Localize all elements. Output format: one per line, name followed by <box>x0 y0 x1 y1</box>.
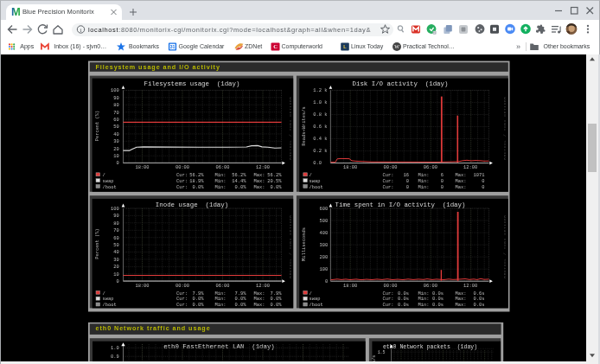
svg-text:RRDTOOL / TOBI OETIKER: RRDTOOL / TOBI OETIKER <box>502 96 507 159</box>
svg-text:0.2 k: 0.2 k <box>313 149 327 154</box>
svg-text:0.0s: 0.0s <box>474 303 485 308</box>
svg-text:0: 0 <box>482 185 484 190</box>
svg-text:0.0: 0.0 <box>313 161 322 166</box>
svg-text:40: 40 <box>113 250 118 255</box>
svg-text:0.6 k: 0.6 k <box>313 125 327 130</box>
svg-text:0.0%: 0.0% <box>235 297 247 302</box>
svg-text:swap: swap <box>310 179 321 184</box>
svg-text:300: 300 <box>319 243 328 248</box>
svg-text:1071: 1071 <box>474 173 485 178</box>
svg-text:Max:: Max: <box>254 297 265 302</box>
svg-text:Milliseconds: Milliseconds <box>302 227 307 261</box>
svg-text:56.2%: 56.2% <box>232 173 246 178</box>
svg-text:70: 70 <box>113 111 118 116</box>
svg-text:Cur:: Cur: <box>383 303 394 308</box>
svg-text:0.4 k: 0.4 k <box>313 137 327 142</box>
svg-text:Max:: Max: <box>254 291 265 297</box>
svg-text:90: 90 <box>113 214 118 219</box>
svg-text:1.5: 1.5 <box>378 350 386 354</box>
svg-text:0: 0 <box>325 279 328 284</box>
svg-text:Cur:: Cur: <box>176 297 188 302</box>
svg-text:0.0s: 0.0s <box>398 303 409 308</box>
svg-text:12:00: 12:00 <box>256 284 270 289</box>
svg-text:Max:: Max: <box>254 185 265 190</box>
svg-text:Cur:: Cur: <box>176 185 188 190</box>
svg-text:Max:: Max: <box>456 173 467 178</box>
svg-text:00:00: 00:00 <box>176 284 189 289</box>
svg-text:00:00: 00:00 <box>176 165 189 170</box>
svg-text:18:00: 18:00 <box>343 165 357 170</box>
svg-text:18:00: 18:00 <box>135 284 149 289</box>
svg-text:Min:: Min: <box>215 179 227 184</box>
svg-text:Max:: Max: <box>456 179 467 184</box>
svg-text:0: 0 <box>117 279 119 284</box>
svg-text:12:00: 12:00 <box>463 284 477 289</box>
svg-text:swap: swap <box>103 297 114 302</box>
svg-text:06:00: 06:00 <box>215 284 229 289</box>
svg-text:/boot: /boot <box>103 303 117 308</box>
svg-text:06:00: 06:00 <box>424 284 437 289</box>
svg-text:Filesystem usage and I/O activ: Filesystem usage and I/O activity <box>96 63 220 71</box>
svg-text:0: 0 <box>441 179 444 184</box>
svg-text:20.5%: 20.5% <box>267 179 282 184</box>
svg-text:Cur:: Cur: <box>176 303 188 308</box>
svg-text:Min:: Min: <box>215 185 227 190</box>
svg-text:18:00: 18:00 <box>343 284 357 289</box>
svg-text:Max:: Max: <box>456 185 467 190</box>
svg-text:Time spent in I/O activity (1: Time spent in I/O activity (1day) <box>335 201 466 208</box>
svg-text:Cur:: Cur: <box>383 179 394 184</box>
svg-text:swap: swap <box>103 179 114 184</box>
svg-text:0: 0 <box>441 185 444 190</box>
svg-text:Inode usage (1day): Inode usage (1day) <box>156 201 228 208</box>
svg-text:0.0%: 0.0% <box>193 303 205 308</box>
svg-text:70: 70 <box>113 228 118 233</box>
svg-text:Min:: Min: <box>418 303 430 308</box>
svg-text:50: 50 <box>113 125 118 130</box>
svg-text:Cur:: Cur: <box>176 173 188 178</box>
svg-text:Min:: Min: <box>418 297 430 302</box>
svg-text:31: 31 <box>170 44 176 49</box>
svg-text:Min:: Min: <box>418 291 430 297</box>
svg-text:/boot: /boot <box>103 185 117 190</box>
svg-text:0.0%: 0.0% <box>271 185 283 190</box>
svg-text:0.0%: 0.0% <box>271 303 283 308</box>
svg-text:00:00: 00:00 <box>383 165 397 170</box>
svg-text:100: 100 <box>111 88 119 93</box>
svg-text:RRDTOOL / TOBI OETIKER: RRDTOOL / TOBI OETIKER <box>288 214 292 278</box>
svg-text:i: i <box>80 27 82 34</box>
svg-text:80: 80 <box>113 221 118 227</box>
svg-text:10: 10 <box>113 154 118 159</box>
svg-text:0.0s: 0.0s <box>432 291 444 297</box>
svg-text:40: 40 <box>113 132 118 137</box>
svg-text:Min:: Min: <box>418 173 430 178</box>
svg-text:100: 100 <box>111 207 119 212</box>
svg-text:0.9: 0.9 <box>111 354 119 360</box>
svg-text:RRDTOOL / TOBI OETIKER: RRDTOOL / TOBI OETIKER <box>502 214 507 278</box>
svg-text:60: 60 <box>113 118 118 123</box>
svg-text:Max:: Max: <box>456 291 467 297</box>
svg-text:RRDTOOL / TOBI OETIKER: RRDTOOL / TOBI OETIKER <box>288 96 292 159</box>
svg-text:Max:: Max: <box>456 303 467 308</box>
svg-text:1.0 k: 1.0 k <box>313 100 327 105</box>
svg-text:Max:: Max: <box>254 303 265 308</box>
svg-text:Max:: Max: <box>254 173 265 178</box>
svg-text:06:00: 06:00 <box>215 165 229 170</box>
svg-text:Disk I/O activity (1day): Disk I/O activity (1day) <box>353 80 449 87</box>
svg-text:0: 0 <box>482 179 484 184</box>
svg-text:16: 16 <box>404 173 409 178</box>
svg-text:eth0 Network packets (1day): eth0 Network packets (1day) <box>383 344 477 350</box>
svg-text:50: 50 <box>113 243 118 248</box>
svg-text:7.9%: 7.9% <box>271 291 283 297</box>
svg-text:eth0 FastEthernet LAN (1day): eth0 FastEthernet LAN (1day) <box>163 343 275 350</box>
svg-text:Cur:: Cur: <box>383 297 394 302</box>
svg-text:0.0%: 0.0% <box>193 185 205 190</box>
svg-text:W: W <box>394 44 399 49</box>
svg-text:20: 20 <box>113 265 118 270</box>
svg-text:0: 0 <box>406 185 409 190</box>
svg-text:/: / <box>103 291 105 297</box>
svg-text:80: 80 <box>113 103 118 108</box>
svg-text:/boot: /boot <box>310 303 323 308</box>
svg-text:20: 20 <box>113 147 118 152</box>
svg-text:Min:: Min: <box>418 185 430 190</box>
svg-text:Max:: Max: <box>456 297 467 302</box>
